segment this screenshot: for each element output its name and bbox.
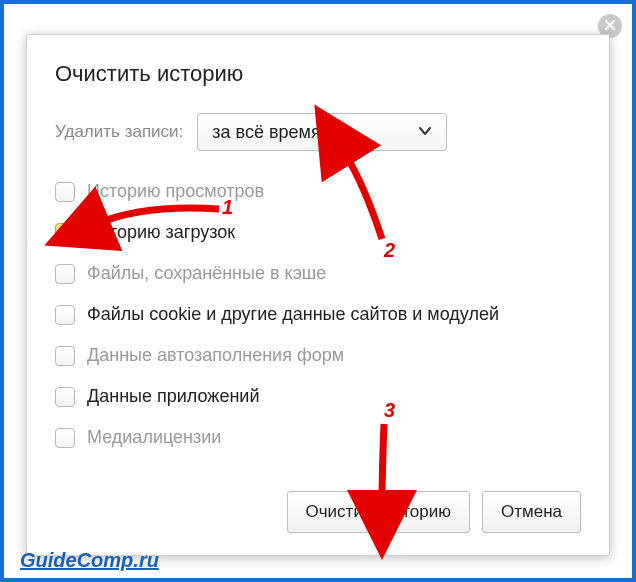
- time-range-select[interactable]: за всё время: [197, 113, 447, 151]
- clear-history-button-label: Очистить историю: [306, 502, 451, 522]
- dialog-footer: Очистить историю Отмена: [287, 491, 581, 533]
- time-range-row: Удалить записи: за всё время: [55, 113, 581, 151]
- option-cookies: Файлы cookie и другие данные сайтов и мо…: [55, 304, 581, 325]
- cancel-button[interactable]: Отмена: [482, 491, 581, 533]
- options-list: Историю просмотров Историю загрузок Файл…: [55, 181, 581, 448]
- option-app-data: Данные приложений: [55, 386, 581, 407]
- checkmark-icon: [57, 223, 73, 243]
- watermark: GuideComp.ru: [20, 549, 159, 572]
- option-browsing-history: Историю просмотров: [55, 181, 581, 202]
- checkbox-browsing-history[interactable]: [55, 182, 75, 202]
- option-cached-files: Файлы, сохранённые в кэше: [55, 263, 581, 284]
- clear-history-button[interactable]: Очистить историю: [287, 491, 470, 533]
- clear-history-dialog: Очистить историю Удалить записи: за всё …: [26, 34, 610, 556]
- checkbox-autofill[interactable]: [55, 346, 75, 366]
- option-autofill: Данные автозаполнения форм: [55, 345, 581, 366]
- label-browsing-history[interactable]: Историю просмотров: [87, 181, 264, 202]
- checkbox-cookies[interactable]: [55, 305, 75, 325]
- label-download-history[interactable]: Историю загрузок: [87, 222, 235, 243]
- checkbox-media-licenses[interactable]: [55, 428, 75, 448]
- label-cookies[interactable]: Файлы cookie и другие данные сайтов и мо…: [87, 304, 499, 325]
- checkbox-cached-files[interactable]: [55, 264, 75, 284]
- option-media-licenses: Медиалицензии: [55, 427, 581, 448]
- checkbox-download-history[interactable]: [55, 223, 75, 243]
- time-range-value: за всё время: [212, 122, 320, 143]
- label-cached-files[interactable]: Файлы, сохранённые в кэше: [87, 263, 326, 284]
- option-download-history: Историю загрузок: [55, 222, 581, 243]
- chevron-down-icon: [418, 122, 432, 143]
- close-icon: [604, 17, 616, 35]
- checkbox-app-data[interactable]: [55, 387, 75, 407]
- cancel-button-label: Отмена: [501, 502, 562, 522]
- dialog-title: Очистить историю: [55, 61, 581, 87]
- label-app-data[interactable]: Данные приложений: [87, 386, 259, 407]
- label-media-licenses[interactable]: Медиалицензии: [87, 427, 221, 448]
- time-range-label: Удалить записи:: [55, 122, 183, 142]
- label-autofill[interactable]: Данные автозаполнения форм: [87, 345, 344, 366]
